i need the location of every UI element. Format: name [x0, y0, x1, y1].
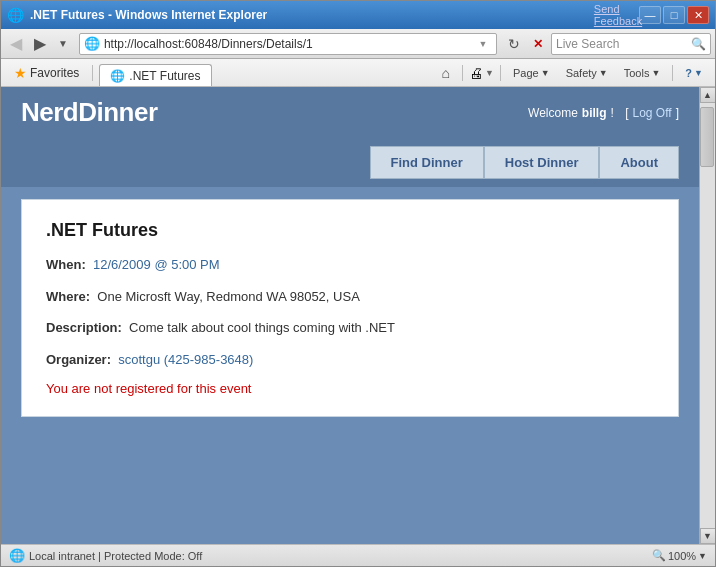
- separator: [92, 65, 93, 81]
- description-label: Description:: [46, 320, 122, 335]
- dinner-title: .NET Futures: [46, 220, 654, 241]
- help-label: ?: [685, 67, 692, 79]
- description-value: Come talk about cool things coming with …: [129, 320, 395, 335]
- statusbar: 🌐 Local intranet | Protected Mode: Off 🔍…: [1, 544, 715, 566]
- scroll-track[interactable]: [700, 103, 715, 528]
- where-value: One Microsft Way, Redmond WA 98052, USA: [97, 289, 360, 304]
- sep4: [672, 65, 673, 81]
- zoom-icon: 🔍: [652, 549, 666, 562]
- organizer-field: Organizer: scottgu (425-985-3648): [46, 350, 654, 370]
- username: billg: [582, 106, 607, 120]
- forward-button[interactable]: ▶: [29, 32, 51, 56]
- sep2: [462, 65, 463, 81]
- favorites-toolbar: ★ Favorites 🌐 .NET Futures ⌂ 🖨 ▼ Page: [1, 59, 715, 87]
- description-field: Description: Come talk about cool things…: [46, 318, 654, 338]
- welcome-bar: Welcome billg! [ Log Off ]: [528, 106, 679, 120]
- about-button[interactable]: About: [599, 146, 679, 179]
- dropdown-arrow[interactable]: ▼: [474, 35, 492, 53]
- search-placeholder: Live Search: [556, 37, 691, 51]
- dinner-detail: .NET Futures When: 12/6/2009 @ 5:00 PM W…: [21, 199, 679, 417]
- when-label: When:: [46, 257, 86, 272]
- security-status: Local intranet | Protected Mode: Off: [29, 550, 202, 562]
- tools-button[interactable]: Tools ▼: [618, 62, 667, 84]
- back-button[interactable]: ◀: [5, 32, 27, 56]
- scroll-thumb[interactable]: [700, 107, 714, 167]
- when-value: 12/6/2009 @ 5:00 PM: [93, 257, 220, 272]
- dropdown-button[interactable]: ▼: [53, 32, 73, 56]
- when-field: When: 12/6/2009 @ 5:00 PM: [46, 255, 654, 275]
- favorites-button[interactable]: ★ Favorites: [7, 62, 86, 84]
- host-dinner-button[interactable]: Host Dinner: [484, 146, 600, 179]
- page-icon: 🌐: [84, 36, 100, 51]
- app-nav: Find Dinner Host Dinner About: [1, 138, 699, 187]
- window-title: .NET Futures - Windows Internet Explorer: [30, 8, 267, 22]
- not-registered-message: You are not registered for this event: [46, 381, 654, 396]
- send-feedback-button[interactable]: Send Feedback: [607, 6, 629, 24]
- page-label: Page: [513, 67, 539, 79]
- stop-button[interactable]: ✕: [527, 33, 549, 55]
- where-field: Where: One Microsft Way, Redmond WA 9805…: [46, 287, 654, 307]
- refresh-button[interactable]: ↻: [503, 33, 525, 55]
- home-button[interactable]: ⌂: [436, 62, 456, 84]
- search-bar[interactable]: Live Search 🔍: [551, 33, 711, 55]
- scrollbar[interactable]: ▲ ▼: [699, 87, 715, 544]
- app-title: NerdDinner: [21, 97, 158, 128]
- scroll-up-button[interactable]: ▲: [700, 87, 716, 103]
- tools-label: Tools: [624, 67, 650, 79]
- where-label: Where:: [46, 289, 90, 304]
- exclamation: !: [610, 106, 613, 120]
- tab-icon: 🌐: [110, 69, 125, 83]
- safety-label: Safety: [566, 67, 597, 79]
- help-button[interactable]: ? ▼: [679, 62, 709, 84]
- search-icon[interactable]: 🔍: [691, 37, 706, 51]
- page-button[interactable]: Page ▼: [507, 62, 556, 84]
- address-bar[interactable]: 🌐 http://localhost:60848/Dinners/Details…: [79, 33, 497, 55]
- zoom-button[interactable]: 🔍 100% ▼: [652, 549, 707, 562]
- tab-net-futures[interactable]: 🌐 .NET Futures: [99, 64, 211, 86]
- content-area: NerdDinner Welcome billg! [ Log Off ] Fi…: [1, 87, 715, 544]
- safety-button[interactable]: Safety ▼: [560, 62, 614, 84]
- star-icon: ★: [14, 65, 27, 81]
- bracket-open: [: [625, 106, 628, 120]
- titlebar: 🌐 .NET Futures - Windows Internet Explor…: [1, 1, 715, 29]
- organizer-label: Organizer:: [46, 352, 111, 367]
- maximize-button[interactable]: □: [663, 6, 685, 24]
- navbar: ◀ ▶ ▼ 🌐 http://localhost:60848/Dinners/D…: [1, 29, 715, 59]
- address-text: http://localhost:60848/Dinners/Details/1: [104, 37, 474, 51]
- app-header: NerdDinner Welcome billg! [ Log Off ]: [1, 87, 699, 138]
- favorites-label: Favorites: [30, 66, 79, 80]
- page-content: NerdDinner Welcome billg! [ Log Off ] Fi…: [1, 87, 699, 544]
- find-dinner-button[interactable]: Find Dinner: [370, 146, 484, 179]
- organizer-value: scottgu (425-985-3648): [118, 352, 253, 367]
- welcome-text: Welcome: [528, 106, 578, 120]
- ie-icon: 🌐: [7, 7, 24, 23]
- scroll-down-button[interactable]: ▼: [700, 528, 716, 544]
- tab-label: .NET Futures: [129, 69, 200, 83]
- zoom-arrow-icon: ▼: [698, 551, 707, 561]
- zoom-level: 100%: [668, 550, 696, 562]
- bracket-close: ]: [676, 106, 679, 120]
- minimize-button[interactable]: —: [639, 6, 661, 24]
- security-icon: 🌐: [9, 548, 25, 563]
- sep3: [500, 65, 501, 81]
- logoff-link[interactable]: Log Off: [633, 106, 672, 120]
- close-button[interactable]: ✕: [687, 6, 709, 24]
- print-icon: 🖨: [469, 65, 483, 81]
